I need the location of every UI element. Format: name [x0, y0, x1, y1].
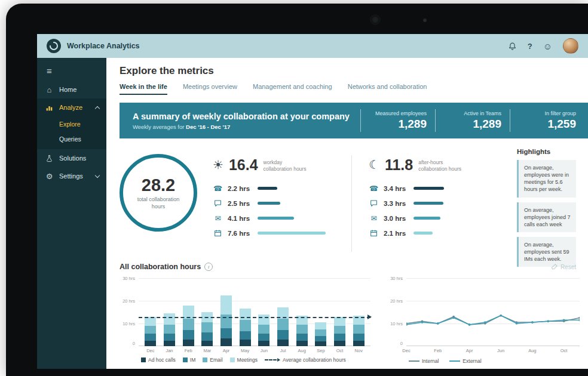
x-tick-label: Sep	[311, 348, 330, 353]
screen: Workplace Analytics ? ☺ ≡ ⌂ Home	[37, 34, 588, 369]
metric-value: 3.0 hrs	[384, 215, 414, 222]
stat-value: 1,259	[519, 118, 576, 131]
bar-slot	[179, 306, 198, 346]
sidebar-item-queries[interactable]: Queries	[37, 131, 106, 146]
phone-icon: ☎	[369, 184, 379, 193]
bar-slot	[292, 316, 311, 346]
highlight-item: On average, employees joined 7 calls eac…	[517, 202, 576, 232]
bar-segment-im	[220, 328, 232, 338]
total-hours-ring: 28.2 total collaboration hours	[120, 154, 197, 232]
legend-label: External	[463, 358, 481, 364]
tab-networks-and-collaboration[interactable]: Networks and collaboration	[348, 83, 427, 95]
bar-segment-ad-hoc-calls	[201, 341, 213, 347]
bell-icon[interactable]	[508, 42, 517, 51]
charts-section-title: All collaboration hours	[120, 263, 201, 271]
x-tick-label: Jan	[160, 348, 179, 353]
header-actions: ? ☺	[508, 38, 578, 54]
bar-column	[240, 309, 251, 346]
x-tick-label: Oct	[561, 348, 568, 353]
x-tick-label: Jul	[274, 348, 293, 353]
legend-label: Email	[210, 357, 222, 363]
x-tick-label: Dec	[141, 348, 160, 353]
bar-segment-ad-hoc-calls	[183, 340, 194, 346]
sidebar-item-label: Solutions	[59, 155, 86, 162]
sidebar-item-home[interactable]: ⌂ Home	[37, 81, 106, 98]
bar-slot	[330, 317, 350, 346]
info-icon[interactable]: i	[204, 263, 213, 271]
stat-label: Measured employees	[369, 110, 427, 116]
chevron-up-icon	[95, 106, 100, 110]
feedback-smiley-icon[interactable]: ☺	[543, 41, 552, 51]
gear-icon: ⚙	[44, 172, 54, 181]
chat-icon	[369, 199, 379, 207]
sidebar-item-explore[interactable]: Explore	[37, 116, 106, 131]
email-icon: ✉	[369, 214, 379, 223]
stat-measured-employees: Measured employees 1,289	[360, 109, 435, 132]
bar-segment-meetings	[258, 315, 270, 325]
line-chart-yaxis: 30 hrs20 hrs10 hrs0	[387, 278, 406, 346]
bar-segment-email	[353, 325, 365, 334]
bar-segment-email	[240, 320, 251, 331]
metric-row: 2.5 hrs	[213, 196, 350, 211]
bar-slot	[255, 315, 274, 346]
metric-bar	[258, 217, 294, 220]
sidebar-item-solutions[interactable]: Solutions	[37, 149, 106, 167]
line-series-external	[406, 316, 580, 325]
calendar-icon	[213, 229, 223, 237]
legend-label: Internal	[422, 358, 439, 364]
bar-segment-email	[164, 325, 175, 334]
sidebar-item-label: Home	[59, 86, 76, 93]
bar-segment-ad-hoc-calls	[220, 338, 232, 346]
menu-toggle[interactable]: ≡	[37, 63, 106, 78]
y-tick-label: 30 hrs	[390, 276, 403, 281]
stat-in-filter-group: In filter group 1,259	[510, 109, 588, 132]
x-tick-label: Dec	[402, 348, 410, 353]
x-tick-label: Aug	[528, 348, 536, 353]
total-hours-value: 28.2	[142, 175, 175, 195]
app-title: Workplace Analytics	[67, 42, 140, 50]
x-tick-label: Feb	[179, 348, 198, 353]
total-hours-circle: 28.2 total collaboration hours	[120, 154, 197, 260]
bar-segment-ad-hoc-calls	[277, 340, 289, 346]
sidebar-item-label: Queries	[59, 135, 81, 143]
workday-block: ☀ 16.4 workday collaboration hours ☎ 2.2…	[213, 158, 350, 260]
help-icon[interactable]: ?	[528, 42, 532, 51]
legend-item: External	[449, 358, 481, 364]
stat-active-in-teams: Active in Teams 1,289	[435, 109, 510, 132]
line-chart-plot	[406, 278, 580, 346]
bar-slot	[160, 313, 179, 346]
average-line	[139, 317, 370, 318]
bar-column	[315, 322, 326, 346]
reset-button[interactable]: Reset	[551, 263, 576, 270]
bar-segment-email	[277, 319, 289, 330]
metric-value: 7.6 hrs	[228, 230, 258, 237]
sidebar-item-settings[interactable]: ⚙ Settings	[37, 167, 106, 185]
y-tick-label: 30 hrs	[122, 276, 135, 281]
banner-date-range: Dec '16 - Dec '17	[186, 124, 230, 130]
bar-segment-im	[183, 330, 194, 339]
bar-chart-plot	[139, 278, 370, 346]
tabs: Week in the life Meetings overview Manag…	[120, 83, 588, 95]
calendar-icon	[369, 229, 379, 237]
summary-banner: A summary of weekly collaboration at you…	[120, 103, 588, 138]
bar-segment-im	[315, 336, 326, 342]
tab-meetings-overview[interactable]: Meetings overview	[183, 83, 237, 95]
bar-column	[258, 315, 270, 346]
sun-icon: ☀	[213, 159, 223, 171]
bar-segment-meetings	[240, 309, 251, 320]
flask-icon	[44, 155, 54, 162]
sidebar-item-analyze[interactable]: Analyze	[37, 98, 106, 116]
legend-label: Ad hoc calls	[148, 357, 176, 363]
legend-swatch	[141, 357, 146, 362]
avatar[interactable]	[563, 38, 578, 54]
tab-week-in-the-life[interactable]: Week in the life	[120, 83, 167, 95]
tab-management-and-coaching[interactable]: Management and coaching	[253, 83, 332, 95]
bar-segment-im	[277, 330, 289, 339]
x-tick-label: Apr	[466, 348, 473, 353]
after-hours-value: 11.8	[385, 158, 413, 172]
bar-segment-meetings	[164, 313, 175, 325]
bar-xlabels: DecJanFebMarAprMayJunJulAugSepOctNov	[139, 348, 370, 353]
workday-value: 16.4	[229, 158, 258, 172]
x-tick-label: Aug	[292, 348, 311, 353]
bar-segment-ad-hoc-calls	[240, 340, 251, 346]
